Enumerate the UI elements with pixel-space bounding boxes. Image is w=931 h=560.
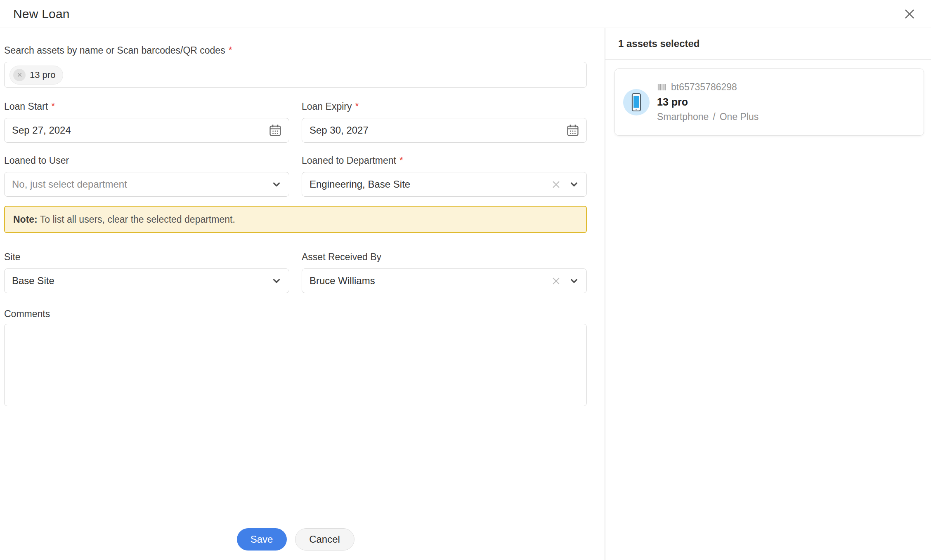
required-asterisk: * xyxy=(355,101,359,112)
asset-meta: Smartphone / One Plus xyxy=(657,111,759,122)
asset-make: One Plus xyxy=(720,111,759,122)
site-field: Site Base Site xyxy=(4,251,289,293)
loan-form: Search assets by name or Scan barcodes/Q… xyxy=(0,28,605,560)
barcode-icon xyxy=(657,82,666,92)
site-select[interactable]: Base Site xyxy=(4,268,289,293)
required-asterisk: * xyxy=(399,155,403,166)
asset-name: 13 pro xyxy=(657,96,759,108)
selected-assets-panel: 1 assets selected xyxy=(605,28,931,560)
loan-start-label-text: Loan Start xyxy=(4,101,48,112)
smartphone-icon xyxy=(630,93,643,112)
note-prefix: Note: xyxy=(13,214,38,225)
loaned-to-user-select[interactable]: No, just select department xyxy=(4,172,289,197)
chevron-down-icon[interactable] xyxy=(568,179,580,190)
site-label: Site xyxy=(4,251,289,263)
loan-expiry-value: Sep 30, 2027 xyxy=(310,125,562,136)
asset-meta-separator: / xyxy=(713,111,715,122)
loaned-row: Loaned to User No, just select departmen… xyxy=(4,155,587,197)
loaned-to-department-field: Loaned to Department * Engineering, Base… xyxy=(302,155,587,197)
note-banner: Note:To list all users, clear the select… xyxy=(4,206,587,233)
asset-barcode-row: bt65735786298 xyxy=(657,82,759,93)
asset-card[interactable]: bt65735786298 13 pro Smartphone / One Pl… xyxy=(614,68,924,136)
loan-expiry-label: Loan Expiry * xyxy=(302,101,587,112)
site-label-text: Site xyxy=(4,251,21,263)
chevron-down-icon[interactable] xyxy=(271,179,282,190)
selected-asset-chip: 13 pro xyxy=(9,66,63,85)
note-text: To list all users, clear the selected de… xyxy=(40,214,235,225)
comments-label: Comments xyxy=(4,308,587,320)
search-assets-label-text: Search assets by name or Scan barcodes/Q… xyxy=(4,45,225,56)
loan-start-input[interactable]: Sep 27, 2024 xyxy=(4,118,289,143)
asset-received-by-field: Asset Received By Bruce Williams xyxy=(302,251,587,293)
loan-expiry-input[interactable]: Sep 30, 2027 xyxy=(302,118,587,143)
comments-label-text: Comments xyxy=(4,308,50,320)
loan-start-label: Loan Start * xyxy=(4,101,289,112)
form-footer: Save Cancel xyxy=(4,528,587,551)
asset-received-by-label: Asset Received By xyxy=(302,251,587,263)
page-title: New Loan xyxy=(13,7,70,21)
save-button[interactable]: Save xyxy=(237,528,287,551)
loan-expiry-field: Loan Expiry * Sep 30, 2027 xyxy=(302,101,587,143)
loaned-to-user-field: Loaned to User No, just select departmen… xyxy=(4,155,289,197)
clear-selection-icon[interactable] xyxy=(551,179,562,190)
dialog-header: New Loan xyxy=(0,0,931,28)
asset-details: bt65735786298 13 pro Smartphone / One Pl… xyxy=(657,82,759,122)
loaned-to-department-select[interactable]: Engineering, Base Site xyxy=(302,172,587,197)
selected-assets-heading: 1 assets selected xyxy=(605,28,931,60)
loan-start-value: Sep 27, 2024 xyxy=(12,125,264,136)
loan-expiry-label-text: Loan Expiry xyxy=(302,101,352,112)
calendar-icon[interactable] xyxy=(268,123,282,137)
search-assets-label: Search assets by name or Scan barcodes/Q… xyxy=(4,45,587,56)
loaned-to-user-placeholder: No, just select department xyxy=(12,179,267,190)
loan-start-field: Loan Start * Sep 27, 2024 xyxy=(4,101,289,143)
cancel-button[interactable]: Cancel xyxy=(295,528,354,551)
clear-selection-icon[interactable] xyxy=(551,275,562,287)
asset-received-by-label-text: Asset Received By xyxy=(302,251,381,263)
close-icon xyxy=(903,7,917,21)
comments-textarea[interactable] xyxy=(4,324,587,406)
asset-received-by-select[interactable]: Bruce Williams xyxy=(302,268,587,293)
close-button[interactable] xyxy=(901,6,918,22)
asset-search-input[interactable]: 13 pro xyxy=(4,62,587,88)
loaned-to-user-label-text: Loaned to User xyxy=(4,155,69,166)
dialog-body: Search assets by name or Scan barcodes/Q… xyxy=(0,28,931,560)
calendar-icon[interactable] xyxy=(566,123,580,137)
loaned-to-user-label: Loaned to User xyxy=(4,155,289,166)
asset-avatar xyxy=(623,89,650,115)
site-row: Site Base Site Asset Received By Bruce xyxy=(4,251,587,293)
chip-remove-icon xyxy=(17,72,23,78)
loaned-to-department-label: Loaned to Department * xyxy=(302,155,587,166)
asset-barcode-text: bt65735786298 xyxy=(671,82,737,93)
chevron-down-icon[interactable] xyxy=(568,275,580,287)
loaned-to-department-value: Engineering, Base Site xyxy=(310,179,546,190)
chip-label: 13 pro xyxy=(30,70,55,80)
required-asterisk: * xyxy=(229,45,232,56)
loaned-to-department-label-text: Loaned to Department xyxy=(302,155,396,166)
asset-type: Smartphone xyxy=(657,111,709,122)
chevron-down-icon[interactable] xyxy=(271,275,282,287)
chip-remove-button[interactable] xyxy=(13,69,26,81)
required-asterisk: * xyxy=(51,101,55,112)
asset-received-by-value: Bruce Williams xyxy=(310,275,546,287)
dates-row: Loan Start * Sep 27, 2024 xyxy=(4,101,587,143)
site-value: Base Site xyxy=(12,275,267,287)
